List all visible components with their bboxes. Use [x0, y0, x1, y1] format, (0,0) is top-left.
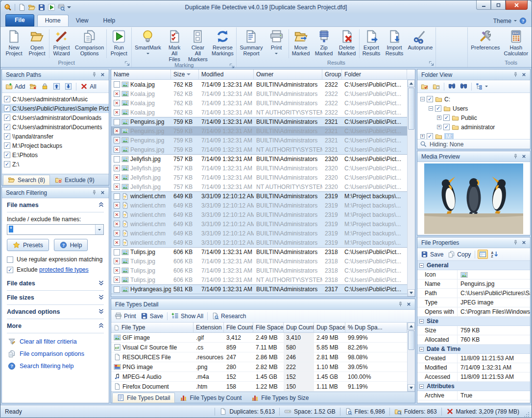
resize-grip[interactable] [523, 411, 530, 418]
search-path-item[interactable]: E:\Photos [2, 150, 109, 160]
marked-checkbox[interactable] [114, 146, 120, 153]
project-wizard-button[interactable]: ProjectWizard [50, 28, 73, 60]
save-button[interactable]: Save [139, 311, 165, 321]
binoculars-back-button[interactable] [459, 82, 469, 91]
collapse-icon[interactable]: – [420, 97, 425, 101]
paths-tab-search-8[interactable]: Search (8) [3, 175, 50, 185]
expand-icon[interactable]: + [437, 125, 441, 129]
search-filtering-help-link[interactable]: ?Search filtering help [8, 362, 103, 370]
close-icon[interactable] [405, 301, 413, 308]
categorized-view-button[interactable] [478, 250, 488, 259]
close-button[interactable] [506, 0, 528, 10]
scroll-down-icon[interactable] [408, 384, 415, 392]
column-header-extension[interactable]: Extension [193, 323, 224, 332]
column-header-dup-space[interactable]: Dup Space [314, 323, 345, 332]
new-document-icon[interactable] [18, 3, 26, 11]
hash-calculator-button[interactable]: 123HashCalculator [502, 28, 531, 60]
collapse-icon[interactable]: – [429, 106, 433, 111]
table-row[interactable]: Penguins.jpg759 KB7/14/09 1:32:31 AMNT A… [111, 145, 407, 154]
path-checkbox[interactable] [4, 124, 10, 130]
tab-file[interactable]: File [5, 14, 34, 26]
marked-checkbox[interactable] [114, 137, 120, 143]
table-row[interactable]: Tulips.jpg606 KB7/14/09 1:32:31 AMNT AUT… [111, 275, 407, 284]
marked-checkbox[interactable] [114, 258, 120, 264]
expand-icon[interactable]: + [437, 116, 441, 120]
dialog-launcher-icon[interactable] [229, 63, 235, 69]
reverse-markings-button[interactable]: ReverseMarkings [210, 28, 235, 62]
path-checkbox[interactable] [4, 105, 10, 112]
tree-node-m[interactable]: +M: [418, 132, 529, 139]
marked-checkbox[interactable] [114, 239, 120, 246]
research-button[interactable]: Research [210, 311, 247, 321]
table-row[interactable]: PNG image.png2802.82 MB2221.10 MB39.05% [111, 362, 407, 372]
unmarked-checkbox[interactable] [114, 119, 120, 125]
add-path-button[interactable]: Add [4, 82, 26, 91]
open-folder-icon[interactable] [28, 3, 36, 11]
expand-icon[interactable]: + [420, 134, 425, 139]
marked-checkbox[interactable] [114, 202, 120, 209]
open-project-button[interactable]: OpenProject [25, 28, 48, 60]
marked-checkbox[interactable] [114, 211, 120, 218]
column-header-size[interactable]: Size [171, 70, 199, 79]
export-results-button[interactable]: ExportResults [360, 28, 383, 60]
pin-icon[interactable] [511, 71, 520, 79]
tree-node-public[interactable]: +Public [418, 113, 529, 122]
regex-checkbox[interactable] [7, 256, 13, 263]
path-checkbox[interactable] [4, 152, 10, 158]
move-marked-button[interactable]: MoveMarked [290, 28, 313, 60]
table-row[interactable]: Jellyfish.jpg757 KB7/14/09 1:32:31 AMBUI… [111, 154, 407, 163]
comparison-options-button[interactable]: ComparisonOptions [73, 28, 106, 60]
tab-help[interactable]: Help [96, 15, 122, 26]
table-row[interactable]: Tulips.jpg606 KB7/14/09 1:32:31 AMBUILTI… [111, 256, 407, 266]
scroll-up-icon[interactable] [408, 80, 415, 87]
path-checkbox[interactable] [4, 96, 10, 102]
preferences-button[interactable]: Preferences [469, 28, 502, 60]
new-project-button[interactable]: NewProject [2, 28, 25, 60]
path-checkbox[interactable] [4, 161, 10, 167]
collapse-icon[interactable]: – [419, 319, 424, 324]
zip-marked-button[interactable]: ZipMarked [313, 28, 336, 60]
property-row[interactable]: Allocated760 KB [417, 335, 530, 345]
tree-checkbox[interactable] [427, 96, 433, 102]
path-checkbox[interactable] [4, 115, 10, 121]
show-all-button[interactable]: Show All [170, 311, 205, 321]
table-row[interactable]: Tulips.jpg606 KB7/14/09 1:32:31 AMBUILTI… [111, 247, 407, 256]
delete-marked-button[interactable]: DeleteMarked [336, 28, 359, 60]
marked-checkbox[interactable] [114, 221, 120, 227]
table-row[interactable]: Tulips.jpg606 KB7/14/09 1:32:31 AMBUILTI… [111, 266, 407, 275]
presets-button[interactable]: Presets [7, 239, 49, 251]
column-header-file-type[interactable]: File Type [111, 323, 193, 332]
collapse-icon[interactable]: – [419, 347, 424, 351]
marked-checkbox[interactable] [114, 128, 120, 134]
scroll-thumb[interactable] [408, 88, 414, 130]
scroll-up-icon[interactable] [408, 323, 415, 330]
property-row[interactable]: Size759 KB [417, 326, 530, 335]
column-header-dup-spa[interactable]: % Dup Spa... [345, 323, 407, 332]
smartmark-button[interactable]: SmartMark [133, 28, 163, 62]
table-row[interactable]: ?winclient.chm649 KB3/31/09 12:10:12 AMB… [111, 191, 407, 201]
scroll-thumb[interactable] [408, 330, 414, 350]
table-row[interactable]: Koala.jpg762 KB7/14/09 1:32:31 AMBUILTIN… [111, 89, 407, 98]
unmarked-checkbox[interactable] [114, 81, 120, 88]
column-header-owner[interactable]: Owner [254, 70, 322, 79]
column-header-name[interactable]: Name [111, 70, 171, 79]
property-row[interactable]: Opens withC:\Program Files\Windows P [417, 307, 530, 317]
binoculars-next-button[interactable] [447, 82, 457, 91]
property-section-general[interactable]: –General [417, 261, 530, 270]
scroll-down-icon[interactable] [408, 289, 415, 297]
table-row[interactable]: Penguins.jpg759 KB7/14/09 1:32:31 AMBUIL… [111, 126, 407, 136]
table-row[interactable]: Koala.jpg762 KB7/14/09 1:32:31 AMNT AUTH… [111, 108, 407, 117]
tree-node-administrator[interactable]: +administrator [418, 122, 529, 132]
property-row[interactable]: PathC:\Users\Public\Pictures\Sa [417, 289, 530, 298]
table-row[interactable]: Jellyfish.jpg757 KB7/14/09 1:32:31 AMNT … [111, 182, 407, 191]
arrow-up-button[interactable] [51, 82, 62, 91]
section-file-dates[interactable]: File dates [7, 277, 104, 291]
sort-alphabetical-button[interactable]: AZ [489, 250, 500, 259]
marked-checkbox[interactable] [114, 100, 120, 106]
column-header-file-count[interactable]: File Count [224, 323, 253, 332]
combo-dropdown-icon[interactable] [95, 225, 103, 234]
table-row[interactable]: ?winclient.chm649 KB3/31/09 12:10:12 AMB… [111, 238, 407, 247]
table-row[interactable]: Hydrangeas.jpg581 KB7/14/09 1:32:31 AMBU… [111, 284, 407, 294]
paths-tab-exclude-9[interactable]: Exclude (9) [50, 175, 99, 185]
property-row[interactable]: ArchiveTrue [417, 391, 530, 400]
